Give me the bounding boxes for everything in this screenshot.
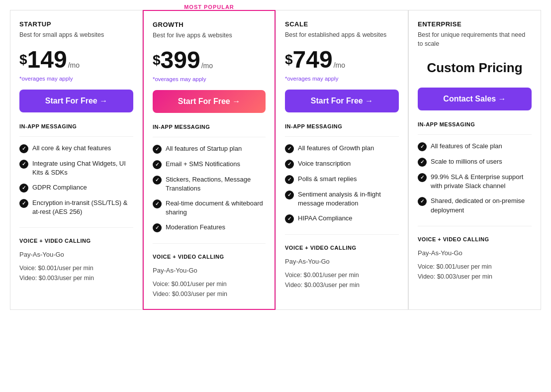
most-popular-badge: MOST POPULAR bbox=[180, 4, 238, 10]
voice-pricing-enterprise: Voice: $0.001/user per minVideo: $0.003/… bbox=[418, 262, 532, 282]
plan-name-scale: SCALE bbox=[285, 20, 399, 28]
feature-text-enterprise-1: Scale to millions of users bbox=[431, 157, 502, 166]
plan-description-scale: Best for established apps & websites bbox=[285, 31, 399, 40]
voice-header-enterprise: VOICE + VIDEO CALLING bbox=[418, 236, 532, 242]
price-period-growth: /mo bbox=[201, 62, 213, 70]
overages-note-growth[interactable]: *overages may apply bbox=[153, 76, 266, 82]
cta-button-startup[interactable]: Start For Free → bbox=[19, 90, 133, 112]
feature-text-scale-1: Voice transcription bbox=[298, 159, 351, 168]
feature-text-scale-4: HIPAA Compliance bbox=[298, 214, 353, 223]
feature-item-enterprise-1: Scale to millions of users bbox=[418, 157, 532, 167]
price-currency-growth: $ bbox=[153, 52, 161, 68]
feature-text-scale-2: Polls & smart replies bbox=[298, 175, 357, 184]
payg-startup: Pay-As-You-Go bbox=[19, 251, 133, 258]
price-amount-startup: 149 bbox=[27, 46, 67, 73]
feature-text-scale-0: All features of Growth plan bbox=[298, 144, 374, 153]
feature-text-enterprise-2: 99.9% SLA & Enterprise support with priv… bbox=[431, 173, 532, 191]
plan-name-growth: GROWTH bbox=[153, 21, 266, 28]
check-icon-enterprise-2 bbox=[418, 173, 427, 182]
plan-card-enterprise: ENTERPRISEBest for unique requirements t… bbox=[408, 10, 541, 310]
feature-item-growth-4: Moderation Features bbox=[153, 223, 266, 232]
check-icon-scale-0 bbox=[285, 144, 294, 153]
cta-button-growth[interactable]: Start For Free → bbox=[153, 90, 266, 113]
check-icon-startup-3 bbox=[19, 199, 28, 208]
voice-header-scale: VOICE + VIDEO CALLING bbox=[285, 245, 399, 251]
price-block-scale: $749/mo bbox=[285, 48, 399, 72]
feature-item-growth-2: Stickers, Reactions, Message Translation… bbox=[153, 175, 266, 193]
feature-list-enterprise: All features of Scale plan Scale to mill… bbox=[418, 142, 532, 215]
check-icon-growth-3 bbox=[153, 199, 162, 208]
cta-button-scale[interactable]: Start For Free → bbox=[285, 90, 399, 112]
check-icon-growth-4 bbox=[153, 223, 162, 232]
check-icon-scale-2 bbox=[285, 175, 294, 184]
payg-growth: Pay-As-You-Go bbox=[153, 267, 266, 274]
voice-header-growth: VOICE + VIDEO CALLING bbox=[153, 254, 266, 260]
plan-name-enterprise: ENTERPRISE bbox=[418, 20, 532, 28]
feature-item-enterprise-3: Shared, dedicated or on-premise deployme… bbox=[418, 196, 532, 214]
feature-text-enterprise-3: Shared, dedicated or on-premise deployme… bbox=[431, 196, 532, 214]
check-icon-enterprise-1 bbox=[418, 158, 427, 167]
check-icon-enterprise-0 bbox=[418, 142, 427, 151]
voice-pricing-growth: Voice: $0.001/user per minVideo: $0.003/… bbox=[153, 279, 266, 299]
voice-pricing-startup: Voice: $0.001/user per minVideo: $0.003/… bbox=[19, 263, 133, 283]
feature-item-enterprise-0: All features of Scale plan bbox=[418, 142, 532, 151]
plan-description-enterprise: Best for unique requirements that need t… bbox=[418, 31, 532, 48]
voice-section-enterprise: VOICE + VIDEO CALLINGPay-As-You-GoVoice:… bbox=[418, 226, 532, 282]
feature-text-startup-1: Integrate using Chat Widgets, UI Kits & … bbox=[32, 159, 133, 177]
feature-text-growth-0: All features of Startup plan bbox=[166, 144, 242, 153]
price-period-scale: /mo bbox=[334, 61, 345, 69]
messaging-header-scale: IN-APP MESSAGING bbox=[285, 123, 399, 129]
feature-text-scale-3: Sentiment analysis & in-flight message m… bbox=[298, 190, 399, 208]
messaging-header-startup: IN-APP MESSAGING bbox=[19, 123, 133, 129]
feature-item-growth-0: All features of Startup plan bbox=[153, 144, 266, 154]
pricing-grid: STARTUPBest for small apps & websites $1… bbox=[10, 10, 541, 310]
check-icon-enterprise-3 bbox=[418, 197, 427, 206]
check-icon-startup-1 bbox=[19, 160, 28, 169]
check-icon-growth-2 bbox=[153, 176, 162, 185]
feature-text-growth-4: Moderation Features bbox=[166, 223, 225, 232]
price-amount-scale: 749 bbox=[293, 46, 333, 73]
check-icon-startup-0 bbox=[19, 144, 28, 153]
feature-text-growth-2: Stickers, Reactions, Message Translation… bbox=[166, 175, 266, 193]
feature-item-growth-3: Real-time document & whiteboard sharing bbox=[153, 199, 266, 217]
plan-description-growth: Best for live apps & websites bbox=[153, 31, 266, 40]
check-icon-scale-3 bbox=[285, 191, 294, 199]
custom-pricing-label: Custom Pricing bbox=[418, 60, 532, 76]
cta-button-enterprise[interactable]: Contact Sales → bbox=[418, 88, 532, 110]
plan-card-startup: STARTUPBest for small apps & websites $1… bbox=[10, 10, 143, 310]
price-amount-growth: 399 bbox=[161, 47, 200, 73]
feature-text-startup-3: Encryption in-transit (SSL/TLS) & at-res… bbox=[32, 198, 133, 216]
plan-card-scale: SCALEBest for established apps & website… bbox=[276, 10, 408, 310]
feature-item-growth-1: Email + SMS Notifications bbox=[153, 160, 266, 169]
price-currency-startup: $ bbox=[19, 52, 27, 68]
feature-item-startup-2: GDPR Compliance bbox=[19, 183, 133, 193]
feature-item-startup-1: Integrate using Chat Widgets, UI Kits & … bbox=[19, 159, 133, 177]
price-currency-scale: $ bbox=[285, 52, 293, 68]
price-block-startup: $149/mo bbox=[19, 48, 133, 72]
feature-item-startup-0: All core & key chat features bbox=[19, 144, 133, 153]
feature-text-startup-2: GDPR Compliance bbox=[32, 183, 87, 192]
feature-item-startup-3: Encryption in-transit (SSL/TLS) & at-res… bbox=[19, 198, 133, 216]
feature-item-scale-3: Sentiment analysis & in-flight message m… bbox=[285, 190, 399, 208]
voice-section-startup: VOICE + VIDEO CALLINGPay-As-You-GoVoice:… bbox=[19, 227, 133, 283]
feature-list-startup: All core & key chat features Integrate u… bbox=[19, 144, 133, 217]
feature-item-scale-1: Voice transcription bbox=[285, 159, 399, 169]
overages-note-scale[interactable]: *overages may apply bbox=[285, 76, 399, 82]
voice-section-growth: VOICE + VIDEO CALLINGPay-As-You-GoVoice:… bbox=[153, 243, 266, 299]
overages-note-startup[interactable]: *overages may apply bbox=[19, 76, 133, 82]
plan-description-startup: Best for small apps & websites bbox=[19, 31, 133, 40]
payg-scale: Pay-As-You-Go bbox=[285, 258, 399, 265]
voice-section-scale: VOICE + VIDEO CALLINGPay-As-You-GoVoice:… bbox=[285, 234, 399, 290]
feature-item-scale-0: All features of Growth plan bbox=[285, 144, 399, 153]
feature-item-enterprise-2: 99.9% SLA & Enterprise support with priv… bbox=[418, 173, 532, 191]
voice-pricing-scale: Voice: $0.001/user per minVideo: $0.003/… bbox=[285, 270, 399, 290]
check-icon-growth-0 bbox=[153, 145, 162, 154]
messaging-header-enterprise: IN-APP MESSAGING bbox=[418, 121, 532, 127]
feature-item-scale-4: HIPAA Compliance bbox=[285, 214, 399, 223]
price-block-growth: $399/mo bbox=[153, 48, 266, 72]
check-icon-scale-4 bbox=[285, 214, 294, 223]
plan-name-startup: STARTUP bbox=[19, 20, 133, 28]
feature-list-growth: All features of Startup plan Email + SMS… bbox=[153, 144, 266, 233]
feature-text-growth-3: Real-time document & whiteboard sharing bbox=[166, 199, 266, 217]
check-icon-startup-2 bbox=[19, 184, 28, 193]
